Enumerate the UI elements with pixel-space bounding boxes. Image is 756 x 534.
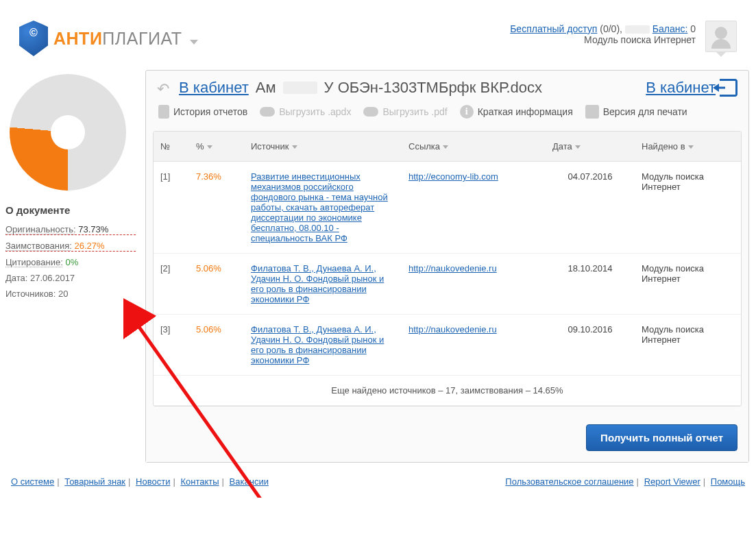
source-link[interactable]: Филатова Т. В., Дунаева А. И., Удачин Н.… bbox=[251, 263, 384, 304]
external-link[interactable]: http://naukovedenie.ru bbox=[409, 324, 497, 335]
footer: О системе| Товарный знак| Новости| Конта… bbox=[0, 470, 756, 498]
footer-link[interactable]: Вакансии bbox=[230, 476, 269, 487]
footer-link[interactable]: Помощь bbox=[711, 476, 745, 487]
sort-icon bbox=[292, 145, 297, 149]
back-to-cabinet-link[interactable]: В кабинет bbox=[179, 79, 249, 97]
sort-icon bbox=[688, 145, 694, 149]
panel-header: ↶ В кабинет Ам У ОБЭн-1303ТМБрфк ВКР.doc… bbox=[146, 71, 748, 98]
redacted bbox=[625, 25, 650, 34]
cell-pct: 7.36% bbox=[189, 162, 244, 254]
footer-right: Пользовательское соглашение| Report View… bbox=[505, 476, 745, 487]
footer-link[interactable]: Товарный знак bbox=[64, 476, 125, 487]
info-icon bbox=[460, 105, 474, 119]
about-document-heading: О документе bbox=[5, 204, 136, 216]
cell-num: [3] bbox=[154, 315, 189, 376]
main: О документе Оригинальность: 73.73% Заимс… bbox=[0, 56, 756, 470]
export-pdf-button[interactable]: Выгрузить .pdf bbox=[363, 106, 447, 117]
col-num[interactable]: № bbox=[154, 132, 189, 162]
toolbar: История отчетов Выгрузить .apdx Выгрузит… bbox=[146, 98, 748, 131]
balance-value: 0 bbox=[690, 23, 696, 34]
footer-link[interactable]: Report Viewer bbox=[644, 476, 700, 487]
cloud-download-icon bbox=[260, 107, 275, 117]
sort-icon bbox=[575, 145, 581, 149]
free-access-link[interactable]: Бесплатный доступ bbox=[510, 23, 597, 34]
logo-text-gray: ПЛАГИАТ bbox=[102, 29, 182, 48]
cell-source: Филатова Т. В., Дунаева А. И., Удачин Н.… bbox=[244, 315, 402, 376]
cabinet-exit-link[interactable]: В кабинет bbox=[646, 79, 737, 97]
top-bar: АНТИПЛАГИАТ Бесплатный доступ (0/0), Бал… bbox=[0, 0, 756, 56]
cell-module: Модуль поиска Интернет bbox=[635, 315, 741, 376]
free-access-count: (0/0), bbox=[600, 23, 622, 34]
document-icon bbox=[158, 105, 169, 119]
export-apdx-button[interactable]: Выгрузить .apdx bbox=[260, 106, 351, 117]
source-link[interactable]: Филатова Т. В., Дунаева А. И., Удачин Н.… bbox=[251, 324, 384, 365]
top-right: Бесплатный доступ (0/0), Баланс: 0 Модул… bbox=[510, 21, 737, 52]
print-button[interactable]: Версия для печати bbox=[585, 105, 687, 119]
source-link[interactable]: Развитие инвестиционных механизмов росси… bbox=[251, 171, 388, 243]
doc-name-prefix: Ам bbox=[256, 79, 276, 97]
external-link[interactable]: http://economy-lib.com bbox=[409, 171, 498, 182]
brief-info-button[interactable]: Краткая информация bbox=[460, 105, 573, 119]
cell-module: Модуль поиска Интернет bbox=[635, 162, 741, 254]
footer-link[interactable]: Контакты bbox=[180, 476, 219, 487]
footer-left: О системе| Товарный знак| Новости| Конта… bbox=[11, 476, 269, 487]
col-date[interactable]: Дата bbox=[546, 132, 635, 162]
table-row: [3]5.06%Филатова Т. В., Дунаева А. И., У… bbox=[154, 315, 741, 376]
cell-pct: 5.06% bbox=[189, 254, 244, 315]
footer-link[interactable]: Новости bbox=[136, 476, 170, 487]
originality-donut-chart bbox=[10, 74, 126, 191]
citation-stat: Цитирование: 0% bbox=[5, 257, 136, 267]
cell-source: Филатова Т. В., Дунаева А. И., Удачин Н.… bbox=[244, 254, 402, 315]
cell-num: [1] bbox=[154, 162, 189, 254]
shield-icon bbox=[19, 21, 48, 56]
cell-num: [2] bbox=[154, 254, 189, 315]
col-source[interactable]: Источник bbox=[244, 132, 402, 162]
col-found[interactable]: Найдено в bbox=[635, 132, 741, 162]
footer-link[interactable]: Пользовательское соглашение bbox=[505, 476, 633, 487]
logo-text-orange: АНТИ bbox=[53, 29, 102, 48]
cell-source: Развитие инвестиционных механизмов росси… bbox=[244, 162, 402, 254]
col-link[interactable]: Ссылка bbox=[402, 132, 546, 162]
sources-panel: № % Источник Ссылка Дата Найдено в [1]7.… bbox=[153, 131, 742, 406]
date-stat: Дата: 27.06.2017 bbox=[5, 273, 136, 283]
cell-date: 04.07.2016 bbox=[546, 162, 635, 254]
sort-icon bbox=[207, 145, 212, 149]
cell-module: Модуль поиска Интернет bbox=[635, 254, 741, 315]
cell-link: http://economy-lib.com bbox=[402, 162, 546, 254]
sources-table: № % Источник Ссылка Дата Найдено в [1]7.… bbox=[154, 132, 741, 406]
avatar[interactable] bbox=[705, 21, 737, 52]
back-arrow-icon[interactable]: ↶ bbox=[157, 80, 172, 95]
more-sources-row: Еще найдено источников – 17, заимствован… bbox=[154, 376, 741, 406]
chevron-down-icon[interactable] bbox=[190, 40, 198, 45]
footer-link[interactable]: О системе bbox=[11, 476, 54, 487]
balance-link[interactable]: Баланс: bbox=[653, 23, 688, 34]
cloud-download-icon bbox=[363, 107, 378, 117]
content-panel: ↶ В кабинет Ам У ОБЭн-1303ТМБрфк ВКР.doc… bbox=[145, 70, 749, 463]
cell-date: 18.10.2014 bbox=[546, 254, 635, 315]
module-line: Модуль поиска Интернет bbox=[510, 34, 696, 45]
redacted bbox=[283, 82, 317, 94]
cell-pct: 5.06% bbox=[189, 315, 244, 376]
cell-link: http://naukovedenie.ru bbox=[402, 254, 546, 315]
full-report-button[interactable]: Получить полный отчет bbox=[586, 424, 737, 451]
table-row: [1]7.36%Развитие инвестиционных механизм… bbox=[154, 162, 741, 254]
external-link[interactable]: http://naukovedenie.ru bbox=[409, 263, 497, 274]
borrowing-stat: Заимствования: 26.27% bbox=[5, 241, 136, 252]
cell-link: http://naukovedenie.ru bbox=[402, 315, 546, 376]
print-icon bbox=[585, 105, 599, 119]
col-pct[interactable]: % bbox=[189, 132, 244, 162]
doc-name-suffix: У ОБЭн-1303ТМБрфк ВКР.docx bbox=[324, 79, 542, 97]
table-row: [2]5.06%Филатова Т. В., Дунаева А. И., У… bbox=[154, 254, 741, 315]
history-button[interactable]: История отчетов bbox=[158, 105, 247, 119]
action-bar: Получить полный отчет bbox=[146, 413, 748, 462]
originality-stat: Оригинальность: 73.73% bbox=[5, 224, 136, 235]
logo[interactable]: АНТИПЛАГИАТ bbox=[19, 21, 198, 56]
sidebar: О документе Оригинальность: 73.73% Заимс… bbox=[5, 70, 136, 463]
logo-text: АНТИПЛАГИАТ bbox=[53, 29, 198, 49]
cell-date: 09.10.2016 bbox=[546, 315, 635, 376]
sources-stat: Источников: 20 bbox=[5, 289, 136, 299]
sort-icon bbox=[443, 145, 448, 149]
exit-icon bbox=[720, 79, 737, 97]
